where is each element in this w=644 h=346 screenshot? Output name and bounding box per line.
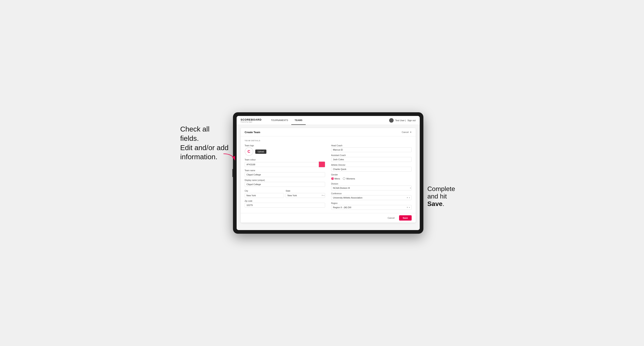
save-button[interactable]: Save [399,215,412,220]
sign-out-link[interactable]: Sign out [408,119,416,122]
conference-tag[interactable]: University Athletic Association ✕ ▾ [331,195,412,200]
tablet-side-button [232,169,233,177]
gender-label: Gender [331,173,412,176]
zip-input[interactable] [245,203,325,208]
modal-header: Create Team Cancel × [241,128,416,136]
display-name-label: Display name (unique) [245,179,325,181]
division-select[interactable]: NCAA Division III [331,185,412,190]
cancel-label: Cancel [402,131,408,133]
head-coach-field-group: Head Coach [331,145,412,152]
region-label: Region [331,202,412,204]
region-controls: ✕ ▾ [406,206,410,208]
modal-body: TEAM DETAILS Team logo C [241,136,416,213]
colour-swatch[interactable] [319,162,325,167]
navbar: SCOREBOARD Powered by clippd TOURNAMENTS… [236,116,420,125]
modal-title: Create Team [245,131,260,134]
colour-input-row [245,162,325,167]
division-select-wrapper: NCAA Division III ▾ [331,185,412,190]
city-input[interactable] [245,193,284,198]
division-label: Division [331,183,412,185]
division-field-group: Division NCAA Division III ▾ [331,183,412,190]
city-field: City [245,189,284,198]
conference-value: University Athletic Association [333,196,362,199]
athletic-director-input[interactable] [331,167,412,172]
nav-links: TOURNAMENTS TEAMS [268,116,389,125]
section-label: TEAM DETAILS [245,140,412,142]
team-logo-row: C Upload [245,147,325,156]
modal-panel: Create Team Cancel × TEAM DETAILS [241,128,416,223]
annotation-right-text2: . [442,200,444,207]
annotation-right-text1: Complete and hit [428,185,455,200]
form-left: Team logo C Upload [245,145,325,210]
city-state-row: City State New York [245,189,325,198]
team-colour-input[interactable] [245,162,319,167]
region-chevron-icon: ▾ [409,207,410,208]
city-label: City [245,190,248,192]
zip-field-group: Zip code [245,200,325,208]
modal-close-button[interactable]: Cancel × [402,131,412,134]
team-colour-label: Team colour [245,159,325,161]
gender-mens-radio[interactable]: Mens [331,177,340,180]
user-label: Test User | [395,119,406,122]
head-coach-label: Head Coach [331,145,412,147]
region-field-group: Region Region II - (M) DIII ✕ ▾ [331,202,412,210]
conference-controls: ✕ ▾ [406,197,410,199]
gender-mens-dot [331,177,334,180]
team-colour-field-group: Team colour [245,159,325,167]
team-name-label: Team name [245,169,325,172]
logo-area: SCOREBOARD Powered by clippd [241,118,262,123]
team-name-input[interactable] [245,172,325,177]
nav-right: Test User | Sign out [389,118,416,123]
assistant-coach-label: Assistant Coach [331,154,412,157]
team-logo-letter: C [248,150,250,154]
head-coach-input[interactable] [331,147,412,152]
team-logo-label: Team logo [245,145,325,147]
logo-text: SCOREBOARD [241,118,262,121]
state-field: State New York ✕ ▾ [286,189,325,198]
state-select-wrapper: New York ✕ ▾ [286,193,325,198]
upload-button[interactable]: Upload [255,150,266,154]
athletic-director-label: Athletic Director [331,164,412,166]
state-label: State [286,190,290,192]
region-value: Region II - (M) DIII [333,206,351,209]
region-clear-icon[interactable]: ✕ [406,206,408,208]
team-logo-circle: C [245,147,253,156]
close-icon: × [410,131,412,134]
gender-womens-radio[interactable]: Womens [343,177,355,180]
city-state-field-group: City State New York [245,189,325,198]
logo-sub: Powered by clippd [241,121,262,123]
conference-field-group: Conference University Athletic Associati… [331,192,412,200]
team-name-field-group: Team name [245,169,325,177]
gender-radio-group: Mens Womens [331,176,412,181]
cancel-button[interactable]: Cancel [385,215,397,220]
modal-footer: Cancel Save [241,213,416,223]
assistant-coach-input[interactable] [331,157,412,162]
display-name-input[interactable] [245,182,325,187]
nav-tournaments[interactable]: TOURNAMENTS [268,116,291,125]
annotation-right-bold: Save [428,200,443,207]
tablet-screen: SCOREBOARD Powered by clippd TOURNAMENTS… [236,116,420,230]
form-right: Head Coach Assistant Coach [331,145,412,210]
gender-womens-dot [343,177,346,180]
gender-mens-label: Mens [335,177,340,180]
nav-teams[interactable]: TEAMS [291,116,306,125]
conference-chevron-icon: ▾ [409,197,410,199]
zip-label: Zip code [245,200,325,202]
state-select[interactable]: New York [286,193,325,198]
gender-womens-label: Womens [346,177,355,180]
team-logo-field-group: Team logo C Upload [245,145,325,157]
form-grid: Team logo C Upload [245,145,412,210]
user-avatar [389,118,394,123]
annotation-right: Complete and hit Save. [424,112,464,208]
tablet-device: SCOREBOARD Powered by clippd TOURNAMENTS… [233,112,424,234]
annotation-arrow-left [222,152,236,162]
annotation-left-line2: Edit and/or add information. [180,144,229,161]
assistant-coach-field-group: Assistant Coach [331,154,412,162]
display-name-field-group: Display name (unique) [245,179,325,187]
region-tag[interactable]: Region II - (M) DIII ✕ ▾ [331,205,412,210]
conference-clear-icon[interactable]: ✕ [406,197,408,199]
gender-field-group: Gender Mens Womens [331,173,412,181]
conference-label: Conference [331,192,412,195]
content-area: Create Team Cancel × TEAM DETAILS [236,125,420,230]
annotation-left-line1: Check all fields. [180,125,210,142]
